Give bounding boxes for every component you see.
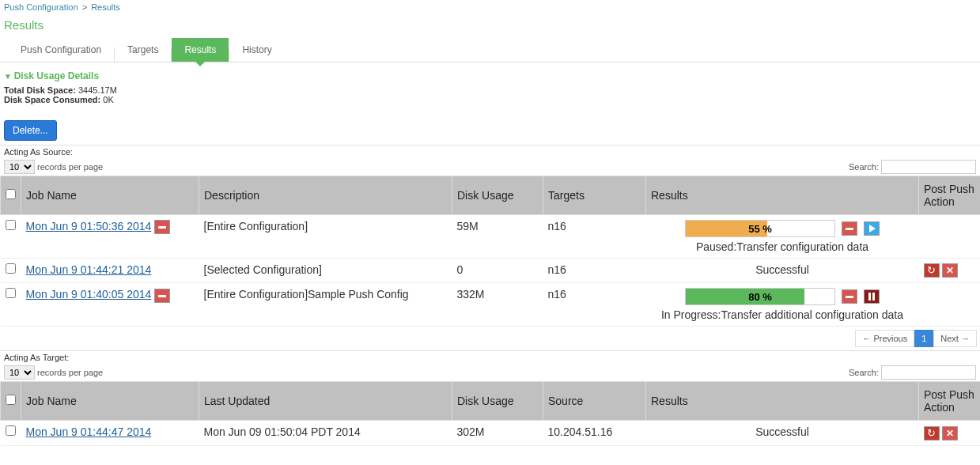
col-results[interactable]: Results xyxy=(646,382,919,421)
job-link[interactable]: Mon Jun 9 01:44:21 2014 xyxy=(26,263,152,276)
breadcrumb-link[interactable]: Push Configuration xyxy=(4,2,78,12)
row-result: Successful xyxy=(646,421,919,445)
breadcrumb-sep: > xyxy=(82,2,87,12)
consumed-disk-label: Disk Space Consumed: xyxy=(4,95,100,104)
col-last-updated[interactable]: Last Updated xyxy=(199,382,452,421)
progress-percent: 80 % xyxy=(686,289,834,304)
disk-usage-toggle[interactable]: Disk Usage Details xyxy=(4,70,976,81)
tab-history[interactable]: History xyxy=(229,38,284,62)
source-table: Job Name Description Disk Usage Targets … xyxy=(0,176,980,327)
source-select-all[interactable] xyxy=(6,189,16,199)
close-icon[interactable] xyxy=(942,263,958,278)
table-row: Mon Jun 9 01:44:21 2014 [Selected Config… xyxy=(1,259,981,283)
total-disk-value: 3445.17M xyxy=(78,85,117,95)
row-description: [Selected Configuration] xyxy=(199,259,452,283)
col-job-name[interactable]: Job Name xyxy=(21,176,199,215)
row-source: 10.204.51.16 xyxy=(543,421,646,445)
col-source[interactable]: Source xyxy=(543,382,646,421)
disk-info: Total Disk Space: 3445.17M Disk Space Co… xyxy=(4,81,976,108)
col-disk-usage[interactable]: Disk Usage xyxy=(452,176,543,215)
col-post-push-action[interactable]: Post Push Action xyxy=(919,382,981,421)
target-records-select[interactable]: 10 xyxy=(4,365,35,380)
row-disk-usage: 59M xyxy=(452,215,543,259)
pause-icon[interactable] xyxy=(864,289,880,304)
row-checkbox[interactable] xyxy=(6,288,16,298)
progress-status: In Progress:Transfer additional configur… xyxy=(651,305,914,321)
stop-icon[interactable] xyxy=(154,220,170,234)
progress-status: Paused:Transfer configuration data xyxy=(651,237,914,253)
source-records-label: records per page xyxy=(37,162,103,172)
row-targets: n16 xyxy=(543,283,646,327)
progress-bar: 55 % xyxy=(685,220,835,237)
col-post-push-action[interactable]: Post Push Action xyxy=(919,176,981,215)
refresh-icon[interactable] xyxy=(924,263,940,278)
row-checkbox[interactable] xyxy=(6,263,16,274)
tab-results[interactable]: Results xyxy=(172,38,229,62)
row-checkbox[interactable] xyxy=(6,220,16,230)
row-last-updated: Mon Jun 09 01:50:04 PDT 2014 xyxy=(199,421,452,445)
progress-percent: 55 % xyxy=(686,221,834,236)
col-disk-usage[interactable]: Disk Usage xyxy=(452,382,543,421)
close-icon[interactable] xyxy=(942,426,958,440)
tab-push-configuration[interactable]: Push Configuration xyxy=(8,38,114,62)
job-link[interactable]: Mon Jun 9 01:40:05 2014 xyxy=(26,288,152,301)
stop-icon[interactable] xyxy=(154,289,170,303)
target-select-all[interactable] xyxy=(6,395,16,405)
source-search-label: Search: xyxy=(849,162,879,172)
breadcrumb: Push Configuration > Results xyxy=(0,0,980,14)
table-row: Mon Jun 9 01:44:47 2014 Mon Jun 09 01:50… xyxy=(1,421,981,445)
row-disk-usage: 0 xyxy=(452,259,543,283)
stop-icon[interactable] xyxy=(842,289,857,304)
tab-targets[interactable]: Targets xyxy=(115,38,171,62)
stop-icon[interactable] xyxy=(842,221,857,236)
consumed-disk-value: 0K xyxy=(103,95,113,104)
col-job-name[interactable]: Job Name xyxy=(21,382,199,421)
progress-bar: 80 % xyxy=(685,288,835,305)
table-row: Mon Jun 9 01:40:05 2014 [Entire Configur… xyxy=(1,283,981,327)
row-checkbox[interactable] xyxy=(6,425,16,436)
prev-button[interactable]: ← Previous xyxy=(855,330,914,347)
tabs: Push Configuration Targets Results Histo… xyxy=(0,38,980,62)
page-title: Results xyxy=(0,14,980,38)
job-link[interactable]: Mon Jun 9 01:44:47 2014 xyxy=(26,425,152,438)
table-row: Mon Jun 9 01:50:36 2014 [Entire Configur… xyxy=(1,215,981,259)
col-targets[interactable]: Targets xyxy=(543,176,646,215)
target-records-label: records per page xyxy=(37,368,103,377)
row-disk-usage: 302M xyxy=(452,421,543,445)
target-table: Job Name Last Updated Disk Usage Source … xyxy=(0,381,980,445)
row-disk-usage: 332M xyxy=(452,283,543,327)
row-result: Successful xyxy=(646,259,919,283)
row-targets: n16 xyxy=(543,259,646,283)
col-description[interactable]: Description xyxy=(199,176,452,215)
row-description: [Entire Configuration] xyxy=(199,215,452,259)
source-pagination: ← Previous 1 Next → xyxy=(0,327,980,350)
play-icon[interactable] xyxy=(864,221,880,236)
source-records-select[interactable]: 10 xyxy=(4,160,35,174)
job-link[interactable]: Mon Jun 9 01:50:36 2014 xyxy=(26,220,152,232)
target-title: Acting As Target: xyxy=(0,350,980,364)
page-1[interactable]: 1 xyxy=(914,330,933,347)
row-description: [Entire Configuration]Sample Push Config xyxy=(199,283,452,327)
col-results[interactable]: Results xyxy=(646,176,919,215)
next-button[interactable]: Next → xyxy=(933,330,977,347)
source-search-input[interactable] xyxy=(881,160,976,174)
delete-button[interactable]: Delete... xyxy=(4,120,57,141)
target-search-input[interactable] xyxy=(881,365,976,380)
total-disk-label: Total Disk Space: xyxy=(4,85,76,95)
breadcrumb-current: Results xyxy=(91,2,120,12)
target-search-label: Search: xyxy=(849,368,879,377)
source-title: Acting As Source: xyxy=(0,145,980,158)
refresh-icon[interactable] xyxy=(924,426,940,440)
row-targets: n16 xyxy=(543,215,646,259)
